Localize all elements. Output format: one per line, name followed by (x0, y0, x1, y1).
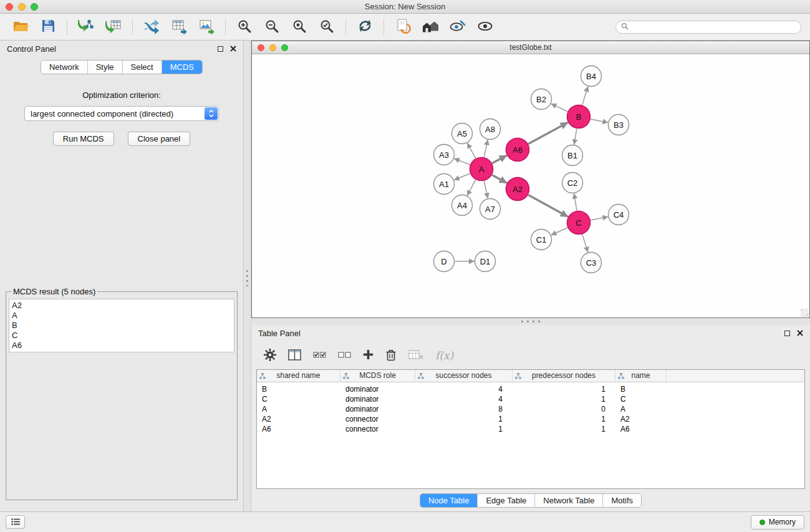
zoom-selected-button[interactable] (315, 16, 339, 37)
graph-edge-A-A2[interactable] (492, 175, 507, 183)
graph-edge-C-C4[interactable] (591, 217, 608, 221)
zoom-window-button[interactable] (31, 3, 38, 11)
graph-node-D1[interactable]: D1 (475, 251, 496, 272)
export-image-button[interactable] (195, 16, 218, 37)
graph-node-A6[interactable]: A6 (506, 138, 529, 162)
graph-edge-A-A1[interactable] (454, 173, 470, 180)
graph-edge-B-B2[interactable] (551, 104, 567, 111)
table-row[interactable]: Bdominator41B (257, 384, 804, 394)
open-session-button[interactable] (9, 16, 32, 37)
graph-edge-B-B3[interactable] (591, 119, 608, 123)
graph-edge-B-B1[interactable] (574, 128, 577, 144)
graph-node-A3[interactable]: A3 (434, 145, 455, 165)
column-header-successor-nodes[interactable]: successor nodes (415, 370, 513, 382)
mcds-result-item[interactable]: B (9, 321, 234, 331)
zoom-in-button[interactable] (233, 16, 256, 37)
graph-edge-A-A6[interactable] (492, 155, 507, 163)
create-column-button[interactable] (363, 346, 374, 365)
graph-node-A5[interactable]: A5 (452, 123, 473, 144)
table-settings-button[interactable] (264, 346, 276, 365)
import-table-button[interactable] (102, 16, 125, 37)
tab-style[interactable]: Style (88, 60, 123, 74)
graph-edge-A-A5[interactable] (467, 143, 475, 158)
column-header-predecessor-nodes[interactable]: predecessor nodes (513, 370, 615, 382)
graph-edge-A-A3[interactable] (454, 158, 470, 165)
column-header-name[interactable]: name (615, 370, 667, 382)
mcds-result-item[interactable]: A6 (9, 341, 234, 351)
memory-button[interactable]: Memory (751, 515, 804, 530)
graph-node-C2[interactable]: C2 (562, 173, 583, 193)
graph-edge-A-A7[interactable] (484, 181, 488, 198)
close-panel-icon[interactable] (230, 44, 236, 54)
tab-node-table[interactable]: Node Table (420, 494, 478, 507)
horizontal-splitter[interactable] (251, 318, 810, 325)
graph-edge-A-A4[interactable] (467, 180, 476, 195)
graph-node-A[interactable]: A (470, 158, 493, 181)
delete-columns-button[interactable] (385, 346, 397, 365)
tab-edge-table[interactable]: Edge Table (478, 494, 535, 507)
graph-node-B3[interactable]: B3 (609, 115, 629, 135)
search-input[interactable] (632, 22, 796, 31)
close-panel-button[interactable]: Close panel (128, 132, 191, 146)
save-session-button[interactable] (36, 16, 60, 37)
net-minimize-button[interactable] (269, 44, 276, 51)
graph-node-D[interactable]: D (434, 251, 455, 272)
tab-mcds[interactable]: MCDS (162, 60, 202, 74)
net-zoom-button[interactable] (281, 44, 288, 51)
graph-edge-C-C2[interactable] (574, 193, 577, 210)
mcds-result-item[interactable]: A (9, 311, 234, 321)
float-panel-icon[interactable] (218, 46, 223, 52)
graphics-details-button[interactable] (446, 16, 470, 37)
graph-node-A1[interactable]: A1 (434, 174, 455, 195)
network-canvas[interactable]: AA1A2A3A4A5A6A7A8BB1B2B3B4CC1C2C3C4DD1 (252, 54, 809, 317)
graph-node-B[interactable]: B (567, 105, 591, 128)
close-table-panel-icon[interactable] (797, 329, 803, 338)
graph-node-C4[interactable]: C4 (609, 205, 629, 225)
graph-node-A7[interactable]: A7 (480, 199, 501, 220)
graph-edge-C-C1[interactable] (551, 228, 567, 235)
unselect-all-button[interactable] (338, 346, 351, 365)
delete-table-button[interactable] (408, 346, 423, 365)
zoom-fit-button[interactable] (287, 16, 311, 37)
network-graph[interactable]: AA1A2A3A4A5A6A7A8BB1B2B3B4CC1C2C3C4DD1 (252, 54, 809, 317)
resize-grip[interactable] (801, 309, 809, 317)
graph-edge-A6-B[interactable] (528, 122, 568, 143)
graph-node-A4[interactable]: A4 (452, 195, 473, 216)
table-row[interactable]: A2connector11A2 (257, 414, 804, 424)
vertical-splitter[interactable] (244, 41, 251, 511)
select-all-button[interactable] (313, 346, 326, 365)
table-row[interactable]: A6connector11A6 (257, 424, 804, 434)
net-close-button[interactable] (258, 44, 264, 51)
zoom-out-button[interactable] (260, 16, 284, 37)
column-header-MCDS-role[interactable]: MCDS role (340, 370, 415, 382)
graph-node-C1[interactable]: C1 (531, 230, 552, 250)
snapshot-button[interactable] (391, 16, 415, 37)
tab-network-table[interactable]: Network Table (535, 494, 603, 507)
graph-node-B4[interactable]: B4 (581, 66, 602, 87)
refresh-button[interactable] (353, 16, 377, 37)
home-button[interactable] (418, 16, 442, 37)
run-mcds-button[interactable]: Run MCDS (53, 132, 114, 146)
graph-node-A8[interactable]: A8 (480, 119, 501, 140)
graph-node-C[interactable]: C (567, 211, 591, 235)
mcds-result-item[interactable]: C (9, 331, 234, 341)
mcds-result-item[interactable]: A2 (9, 301, 234, 311)
function-builder-button[interactable]: f(x) (435, 349, 453, 362)
graph-node-B1[interactable]: B1 (562, 145, 583, 166)
mcds-result-list[interactable]: A2ABCA6 (9, 299, 234, 352)
float-table-panel-icon[interactable] (784, 331, 790, 336)
graph-edge-A-A8[interactable] (484, 140, 488, 157)
graph-edge-A2-C[interactable] (528, 195, 568, 216)
new-table-button[interactable] (167, 16, 191, 37)
table-row[interactable]: Cdominator41C (257, 394, 804, 404)
tab-select[interactable]: Select (123, 60, 162, 74)
new-network-button[interactable] (140, 16, 163, 37)
show-columns-button[interactable] (288, 346, 301, 365)
column-header-shared-name[interactable]: shared name (257, 370, 340, 382)
minimize-window-button[interactable] (18, 3, 26, 11)
tab-network[interactable]: Network (41, 60, 88, 74)
graph-node-B2[interactable]: B2 (531, 89, 552, 110)
criterion-select[interactable]: largest connected component (directed) (24, 106, 219, 121)
birds-eye-button[interactable] (473, 16, 497, 37)
import-network-button[interactable] (74, 16, 98, 37)
